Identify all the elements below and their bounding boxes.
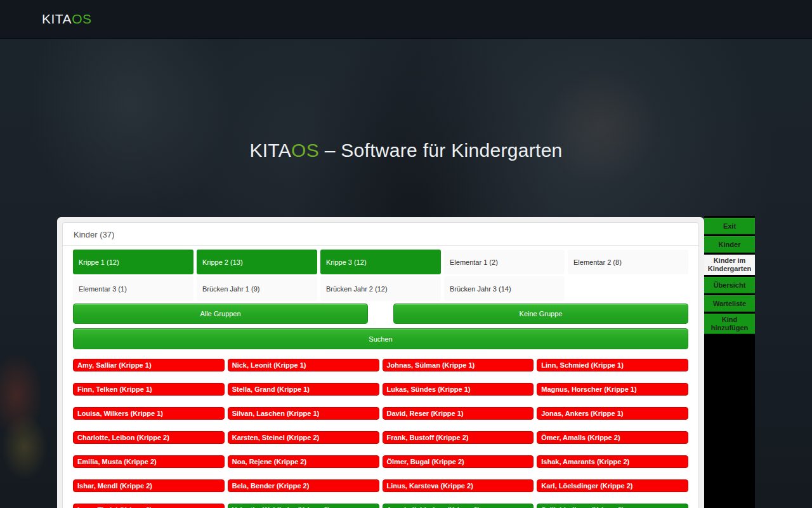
- child-button-noa-rejene-krippe-2[interactable]: Noa, Rejene (Krippe 2): [228, 455, 379, 468]
- top-bar: KITAOS: [0, 0, 812, 39]
- sidebar-menu: ExitKinderKinder im KindergartenÜbersich…: [704, 216, 755, 508]
- child-button-amy-salliar-krippe-1[interactable]: Amy, Salliar (Krippe 1): [73, 359, 225, 371]
- sidebar-item-warteliste[interactable]: Warteliste: [704, 295, 755, 312]
- hero-title-kita: KITA: [249, 140, 291, 161]
- kinder-card: Kinder (37) Krippe 1 (12)Krippe 2 (13)Kr…: [62, 222, 699, 508]
- sidebar-item-kind-hinzufügen[interactable]: Kind hinzufügen: [704, 314, 755, 334]
- child-button-louisa-wilkers-krippe-1[interactable]: Louisa, Wilkers (Krippe 1): [73, 407, 225, 420]
- child-button-karsten-steinel-krippe-2[interactable]: Karsten, Steinel (Krippe 2): [228, 431, 379, 444]
- child-button-bela-bender-krippe-2[interactable]: Bela, Bender (Krippe 2): [228, 479, 379, 492]
- sidebar-item-kinder[interactable]: Kinder: [704, 236, 755, 253]
- child-button-ishar-mendl-krippe-2[interactable]: Ishar, Mendl (Krippe 2): [73, 479, 225, 492]
- child-button-ömer-amalls-krippe-2[interactable]: Ömer, Amalls (Krippe 2): [537, 431, 688, 444]
- child-button-frank-bustoff-krippe-2[interactable]: Frank, Bustoff (Krippe 2): [383, 431, 534, 444]
- all-groups-button[interactable]: Alle Gruppen: [73, 304, 368, 324]
- child-button-salli-lindberg-krippe-3[interactable]: Salli, Lindberg (Krippe 3): [537, 504, 688, 508]
- group-button-elementar-2-8[interactable]: Elementar 2 (8): [568, 250, 688, 274]
- children-grid: Amy, Salliar (Krippe 1)Nick, Leonit (Kri…: [73, 359, 688, 508]
- group-button-elementar-3-1[interactable]: Elementar 3 (1): [73, 276, 193, 301]
- child-button-silvan-laschen-krippe-1[interactable]: Silvan, Laschen (Krippe 1): [228, 407, 379, 420]
- content-panel: Kinder (37) Krippe 1 (12)Krippe 2 (13)Kr…: [57, 217, 704, 508]
- child-button-annabell-linders-krippe-3[interactable]: Annabell, Linders (Krippe 3): [383, 504, 534, 508]
- group-button-brücken-jahr-2-12[interactable]: Brücken Jahr 2 (12): [320, 276, 441, 301]
- child-button-ölmer-bugal-krippe-2[interactable]: Ölmer, Bugal (Krippe 2): [383, 455, 534, 468]
- sidebar-item-übersicht[interactable]: Übersicht: [704, 277, 755, 293]
- child-button-stella-grand-krippe-1[interactable]: Stella, Grand (Krippe 1): [228, 383, 379, 396]
- group-button-elementar-1-2[interactable]: Elementar 1 (2): [444, 250, 565, 274]
- app-logo: KITAOS: [42, 11, 91, 27]
- group-button-krippe-3-12[interactable]: Krippe 3 (12): [320, 250, 441, 274]
- child-button-ishak-amarants-krippe-2[interactable]: Ishak, Amarants (Krippe 2): [537, 455, 688, 468]
- hero-title-rest: – Software für Kindergarten: [319, 140, 563, 161]
- child-button-magnus-horscher-krippe-1[interactable]: Magnus, Horscher (Krippe 1): [537, 383, 688, 396]
- child-button-lena-tiedel-krippe-3[interactable]: Lena, Tiedel (Krippe 3): [73, 504, 225, 508]
- no-group-button[interactable]: Keine Gruppe: [393, 304, 688, 324]
- group-button-krippe-2-13[interactable]: Krippe 2 (13): [197, 250, 317, 274]
- child-button-david-reser-krippe-1[interactable]: David, Reser (Krippe 1): [383, 407, 534, 420]
- sidebar-item-kinder-im-kindergarten[interactable]: Kinder im Kindergarten: [704, 255, 755, 275]
- group-button-brücken-jahr-1-9[interactable]: Brücken Jahr 1 (9): [197, 276, 317, 301]
- groups-grid: Krippe 1 (12)Krippe 2 (13)Krippe 3 (12)E…: [73, 250, 688, 301]
- child-button-nick-leonit-krippe-1[interactable]: Nick, Leonit (Krippe 1): [228, 359, 379, 371]
- logo-kita-text: KITA: [42, 11, 72, 26]
- sidebar-item-exit[interactable]: Exit: [704, 218, 755, 234]
- child-button-finn-telken-krippe-1[interactable]: Finn, Telken (Krippe 1): [73, 383, 225, 396]
- child-button-lukas-sündes-krippe-1[interactable]: Lukas, Sündes (Krippe 1): [383, 383, 534, 396]
- child-button-emilia-musta-krippe-2[interactable]: Emilia, Musta (Krippe 2): [73, 455, 225, 468]
- hero-title: KITAOS – Software für Kindergarten: [0, 140, 812, 161]
- group-button-krippe-1-12[interactable]: Krippe 1 (12): [73, 250, 193, 274]
- child-button-jonas-ankers-krippe-1[interactable]: Jonas, Ankers (Krippe 1): [537, 407, 688, 420]
- page-title: Kinder (37): [63, 223, 698, 246]
- child-button-charlotte-leibon-krippe-2[interactable]: Charlotte, Leibon (Krippe 2): [73, 431, 225, 444]
- child-button-johnas-sülman-krippe-1[interactable]: Johnas, Sülman (Krippe 1): [383, 359, 534, 371]
- group-button-brücken-jahr-3-14[interactable]: Brücken Jahr 3 (14): [444, 276, 565, 301]
- child-button-karl-löelsdinger-krippe-2[interactable]: Karl, Löelsdinger (Krippe 2): [537, 479, 688, 492]
- child-button-linn-schmied-krippe-1[interactable]: Linn, Schmied (Krippe 1): [537, 359, 688, 371]
- child-button-linus-karsteva-krippe-2[interactable]: Linus, Karsteva (Krippe 2): [383, 479, 534, 492]
- search-button[interactable]: Suchen: [73, 328, 688, 349]
- group-actions: Alle Gruppen Keine Gruppe: [73, 304, 688, 324]
- hero-title-os: OS: [291, 140, 319, 161]
- logo-os-text: OS: [72, 11, 91, 26]
- child-button-valentin-waldheim-krippe-3[interactable]: Valentin, Waldheim (Krippe 3): [228, 504, 379, 508]
- card-content: Krippe 1 (12)Krippe 2 (13)Krippe 3 (12)E…: [63, 246, 698, 508]
